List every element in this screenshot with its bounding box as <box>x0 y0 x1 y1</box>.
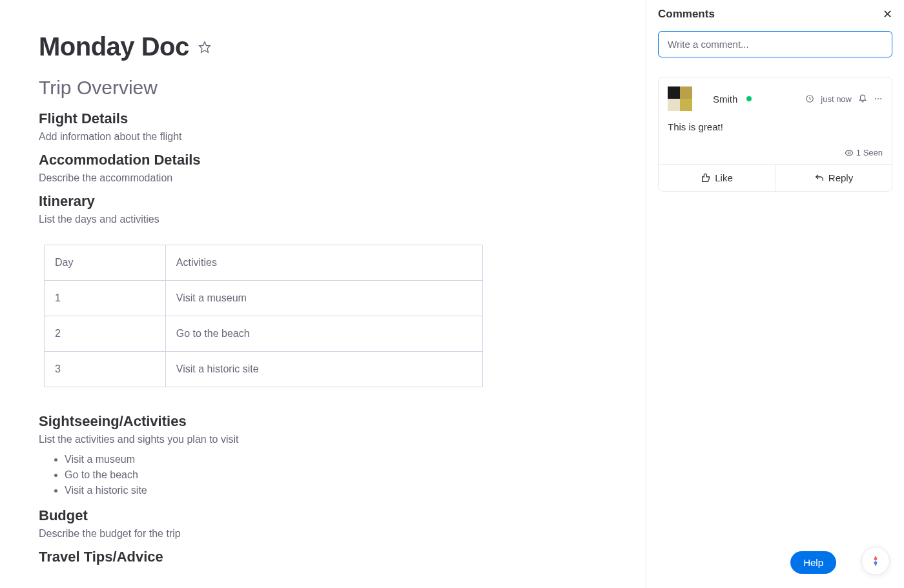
write-comment-input[interactable]: Write a comment... <box>658 31 892 57</box>
reply-label: Reply <box>828 172 853 183</box>
list-item[interactable]: Visit a historic site <box>65 483 607 498</box>
cell-activities[interactable]: Go to the beach <box>165 316 482 352</box>
clock-icon <box>805 94 814 103</box>
sightseeing-placeholder[interactable]: List the activities and sights you plan … <box>39 434 607 445</box>
more-icon[interactable] <box>874 94 883 103</box>
flight-heading[interactable]: Flight Details <box>39 110 607 127</box>
favorite-star-icon[interactable] <box>198 41 211 54</box>
help-button[interactable]: Help <box>790 551 836 574</box>
reply-button[interactable]: Reply <box>775 165 892 191</box>
cell-activities[interactable]: Visit a historic site <box>165 352 482 387</box>
sightseeing-heading[interactable]: Sightseeing/Activities <box>39 413 607 430</box>
tips-heading[interactable]: Travel Tips/Advice <box>39 549 607 565</box>
cell-day[interactable]: 1 <box>45 281 166 316</box>
assistant-orb-icon[interactable] <box>861 547 890 575</box>
like-label: Like <box>715 172 733 183</box>
cell-activities[interactable]: Visit a museum <box>165 281 482 316</box>
bell-icon[interactable] <box>858 94 867 103</box>
budget-heading[interactable]: Budget <box>39 507 607 524</box>
overview-heading[interactable]: Trip Overview <box>39 77 607 99</box>
reply-icon <box>814 173 825 183</box>
svg-point-4 <box>880 98 881 99</box>
accommodation-placeholder[interactable]: Describe the accommodation <box>39 172 607 184</box>
doc-title[interactable]: Monday Doc <box>39 32 189 61</box>
comments-panel: Comments ✕ Write a comment... Smith just… <box>646 0 904 588</box>
budget-placeholder[interactable]: Describe the budget for the trip <box>39 528 607 540</box>
accommodation-heading[interactable]: Accommodation Details <box>39 152 607 168</box>
close-icon[interactable]: ✕ <box>883 8 892 20</box>
eye-icon <box>845 148 854 157</box>
table-row[interactable]: 3 Visit a historic site <box>45 352 483 387</box>
list-item[interactable]: Go to the beach <box>65 467 607 483</box>
document-main: Monday Doc Trip Overview Flight Details … <box>0 0 646 588</box>
svg-point-5 <box>848 152 850 154</box>
avatar[interactable] <box>668 86 692 111</box>
svg-point-2 <box>875 98 876 99</box>
presence-indicator-icon <box>746 96 752 101</box>
cell-day[interactable]: 3 <box>45 352 166 387</box>
comment-card: Smith just now <box>658 77 892 192</box>
comment-time: just now <box>821 94 852 104</box>
like-button[interactable]: Like <box>659 165 775 191</box>
activities-list[interactable]: Visit a museum Go to the beach Visit a h… <box>39 452 607 498</box>
col-activities[interactable]: Activities <box>165 245 482 281</box>
itinerary-heading[interactable]: Itinerary <box>39 193 607 210</box>
list-item[interactable]: Visit a museum <box>65 452 607 467</box>
svg-point-3 <box>878 98 879 99</box>
table-header-row: Day Activities <box>45 245 483 281</box>
comment-author[interactable]: Smith <box>713 94 737 105</box>
table-row[interactable]: 1 Visit a museum <box>45 281 483 316</box>
thumbs-up-icon <box>701 173 711 183</box>
itinerary-table[interactable]: Day Activities 1 Visit a museum 2 Go to … <box>44 245 483 387</box>
col-day[interactable]: Day <box>45 245 166 281</box>
comments-title: Comments <box>658 8 715 21</box>
cell-day[interactable]: 2 <box>45 316 166 352</box>
table-row[interactable]: 2 Go to the beach <box>45 316 483 352</box>
flight-placeholder[interactable]: Add information about the flight <box>39 131 607 143</box>
itinerary-placeholder[interactable]: List the days and activities <box>39 214 607 225</box>
comment-text: This is great! <box>668 121 883 132</box>
seen-count[interactable]: 1 Seen <box>856 148 883 157</box>
svg-marker-0 <box>199 41 210 52</box>
